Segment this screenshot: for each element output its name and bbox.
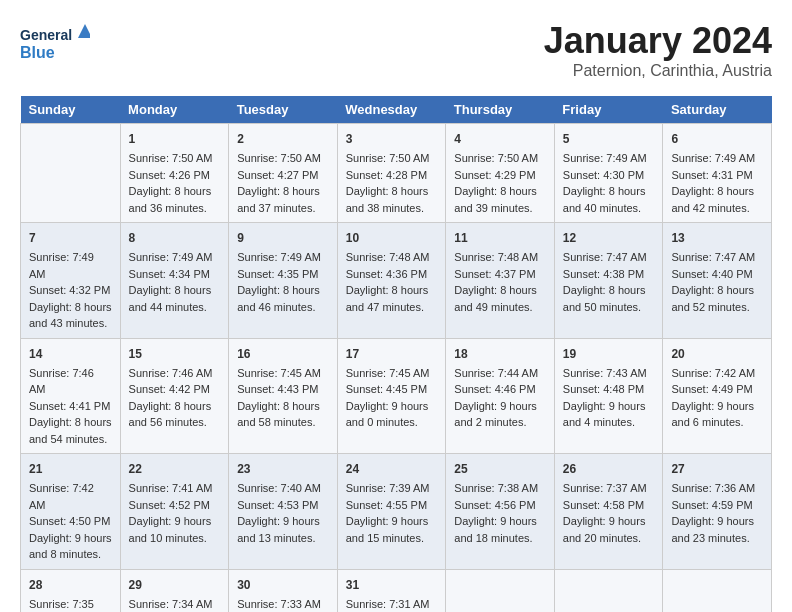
daylight-text: Daylight: 8 hours and 42 minutes.: [671, 185, 754, 214]
sunset-text: Sunset: 4:37 PM: [454, 268, 535, 280]
calendar-cell: 21 Sunrise: 7:42 AM Sunset: 4:50 PM Dayl…: [21, 454, 121, 570]
sunset-text: Sunset: 4:50 PM: [29, 515, 110, 527]
calendar-cell: 9 Sunrise: 7:49 AM Sunset: 4:35 PM Dayli…: [229, 223, 338, 339]
weekday-header: Monday: [120, 96, 229, 124]
day-number: 24: [346, 460, 438, 478]
calendar-cell: 16 Sunrise: 7:45 AM Sunset: 4:43 PM Dayl…: [229, 338, 338, 454]
sunrise-text: Sunrise: 7:37 AM: [563, 482, 647, 494]
day-number: 28: [29, 576, 112, 594]
day-number: 19: [563, 345, 655, 363]
day-number: 12: [563, 229, 655, 247]
weekday-header: Wednesday: [337, 96, 446, 124]
calendar-cell: 7 Sunrise: 7:49 AM Sunset: 4:32 PM Dayli…: [21, 223, 121, 339]
calendar-cell: 11 Sunrise: 7:48 AM Sunset: 4:37 PM Dayl…: [446, 223, 555, 339]
calendar-cell: 27 Sunrise: 7:36 AM Sunset: 4:59 PM Dayl…: [663, 454, 772, 570]
day-number: 3: [346, 130, 438, 148]
calendar-cell: 13 Sunrise: 7:47 AM Sunset: 4:40 PM Dayl…: [663, 223, 772, 339]
sunrise-text: Sunrise: 7:47 AM: [671, 251, 755, 263]
calendar-week-row: 1 Sunrise: 7:50 AM Sunset: 4:26 PM Dayli…: [21, 124, 772, 223]
calendar-table: SundayMondayTuesdayWednesdayThursdayFrid…: [20, 96, 772, 612]
calendar-cell: 15 Sunrise: 7:46 AM Sunset: 4:42 PM Dayl…: [120, 338, 229, 454]
svg-text:Blue: Blue: [20, 44, 55, 61]
sunset-text: Sunset: 4:52 PM: [129, 499, 210, 511]
sunset-text: Sunset: 4:42 PM: [129, 383, 210, 395]
calendar-cell: [554, 569, 663, 612]
calendar-cell: 20 Sunrise: 7:42 AM Sunset: 4:49 PM Dayl…: [663, 338, 772, 454]
calendar-cell: 23 Sunrise: 7:40 AM Sunset: 4:53 PM Dayl…: [229, 454, 338, 570]
calendar-cell: 22 Sunrise: 7:41 AM Sunset: 4:52 PM Dayl…: [120, 454, 229, 570]
daylight-text: Daylight: 8 hours and 37 minutes.: [237, 185, 320, 214]
day-number: 17: [346, 345, 438, 363]
sunset-text: Sunset: 4:35 PM: [237, 268, 318, 280]
daylight-text: Daylight: 8 hours and 52 minutes.: [671, 284, 754, 313]
sunrise-text: Sunrise: 7:36 AM: [671, 482, 755, 494]
sunrise-text: Sunrise: 7:42 AM: [671, 367, 755, 379]
sunrise-text: Sunrise: 7:38 AM: [454, 482, 538, 494]
sunset-text: Sunset: 4:56 PM: [454, 499, 535, 511]
daylight-text: Daylight: 9 hours and 13 minutes.: [237, 515, 320, 544]
sunrise-text: Sunrise: 7:49 AM: [671, 152, 755, 164]
daylight-text: Daylight: 9 hours and 4 minutes.: [563, 400, 646, 429]
day-number: 4: [454, 130, 546, 148]
day-number: 13: [671, 229, 763, 247]
day-number: 21: [29, 460, 112, 478]
sunrise-text: Sunrise: 7:31 AM: [346, 598, 430, 610]
daylight-text: Daylight: 9 hours and 0 minutes.: [346, 400, 429, 429]
calendar-cell: 29 Sunrise: 7:34 AM Sunset: 5:02 PM Dayl…: [120, 569, 229, 612]
daylight-text: Daylight: 9 hours and 10 minutes.: [129, 515, 212, 544]
sunset-text: Sunset: 4:38 PM: [563, 268, 644, 280]
calendar-week-row: 14 Sunrise: 7:46 AM Sunset: 4:41 PM Dayl…: [21, 338, 772, 454]
daylight-text: Daylight: 9 hours and 8 minutes.: [29, 532, 112, 561]
sunset-text: Sunset: 4:45 PM: [346, 383, 427, 395]
day-number: 31: [346, 576, 438, 594]
daylight-text: Daylight: 8 hours and 46 minutes.: [237, 284, 320, 313]
calendar-cell: 26 Sunrise: 7:37 AM Sunset: 4:58 PM Dayl…: [554, 454, 663, 570]
daylight-text: Daylight: 8 hours and 49 minutes.: [454, 284, 537, 313]
sunrise-text: Sunrise: 7:45 AM: [346, 367, 430, 379]
daylight-text: Daylight: 8 hours and 58 minutes.: [237, 400, 320, 429]
calendar-cell: 1 Sunrise: 7:50 AM Sunset: 4:26 PM Dayli…: [120, 124, 229, 223]
sunset-text: Sunset: 4:53 PM: [237, 499, 318, 511]
calendar-cell: [446, 569, 555, 612]
sunset-text: Sunset: 4:49 PM: [671, 383, 752, 395]
daylight-text: Daylight: 8 hours and 54 minutes.: [29, 416, 112, 445]
calendar-cell: 28 Sunrise: 7:35 AM Sunset: 5:00 PM Dayl…: [21, 569, 121, 612]
calendar-cell: [21, 124, 121, 223]
calendar-cell: [663, 569, 772, 612]
sunset-text: Sunset: 4:26 PM: [129, 169, 210, 181]
sunset-text: Sunset: 4:58 PM: [563, 499, 644, 511]
daylight-text: Daylight: 9 hours and 15 minutes.: [346, 515, 429, 544]
daylight-text: Daylight: 8 hours and 56 minutes.: [129, 400, 212, 429]
sunrise-text: Sunrise: 7:47 AM: [563, 251, 647, 263]
sunset-text: Sunset: 4:27 PM: [237, 169, 318, 181]
calendar-cell: 24 Sunrise: 7:39 AM Sunset: 4:55 PM Dayl…: [337, 454, 446, 570]
calendar-cell: 18 Sunrise: 7:44 AM Sunset: 4:46 PM Dayl…: [446, 338, 555, 454]
daylight-text: Daylight: 8 hours and 38 minutes.: [346, 185, 429, 214]
daylight-text: Daylight: 8 hours and 50 minutes.: [563, 284, 646, 313]
month-title: January 2024: [544, 20, 772, 62]
title-area: January 2024 Paternion, Carinthia, Austr…: [544, 20, 772, 80]
logo: General Blue: [20, 20, 90, 64]
day-number: 20: [671, 345, 763, 363]
weekday-header: Friday: [554, 96, 663, 124]
sunrise-text: Sunrise: 7:50 AM: [129, 152, 213, 164]
calendar-cell: 5 Sunrise: 7:49 AM Sunset: 4:30 PM Dayli…: [554, 124, 663, 223]
day-number: 29: [129, 576, 221, 594]
sunset-text: Sunset: 4:29 PM: [454, 169, 535, 181]
header: General Blue January 2024 Paternion, Car…: [20, 20, 772, 80]
sunrise-text: Sunrise: 7:33 AM: [237, 598, 321, 610]
sunset-text: Sunset: 4:48 PM: [563, 383, 644, 395]
calendar-cell: 8 Sunrise: 7:49 AM Sunset: 4:34 PM Dayli…: [120, 223, 229, 339]
calendar-cell: 17 Sunrise: 7:45 AM Sunset: 4:45 PM Dayl…: [337, 338, 446, 454]
calendar-cell: 2 Sunrise: 7:50 AM Sunset: 4:27 PM Dayli…: [229, 124, 338, 223]
daylight-text: Daylight: 9 hours and 23 minutes.: [671, 515, 754, 544]
sunrise-text: Sunrise: 7:46 AM: [129, 367, 213, 379]
daylight-text: Daylight: 9 hours and 20 minutes.: [563, 515, 646, 544]
daylight-text: Daylight: 8 hours and 36 minutes.: [129, 185, 212, 214]
calendar-week-row: 7 Sunrise: 7:49 AM Sunset: 4:32 PM Dayli…: [21, 223, 772, 339]
sunset-text: Sunset: 4:41 PM: [29, 400, 110, 412]
daylight-text: Daylight: 8 hours and 44 minutes.: [129, 284, 212, 313]
sunrise-text: Sunrise: 7:46 AM: [29, 367, 94, 396]
sunrise-text: Sunrise: 7:50 AM: [346, 152, 430, 164]
sunset-text: Sunset: 4:55 PM: [346, 499, 427, 511]
